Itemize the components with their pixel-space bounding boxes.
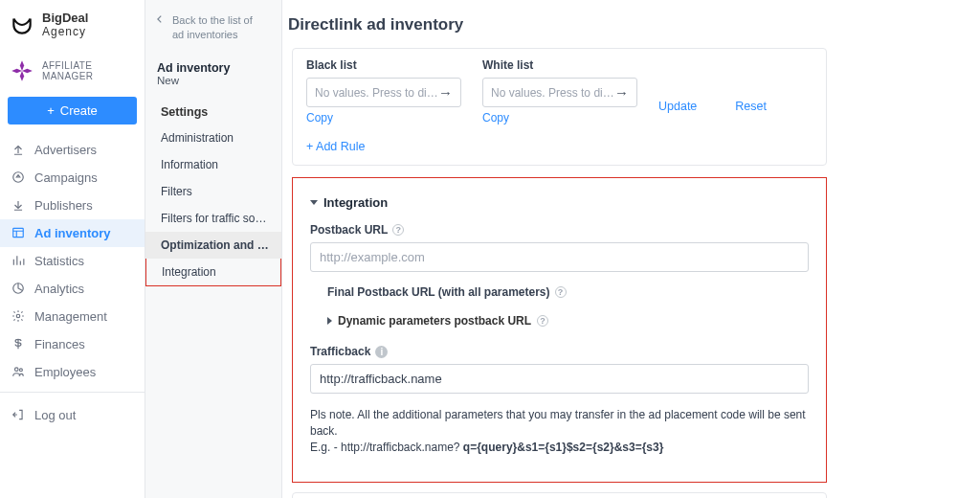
logout-link[interactable]: Log out: [0, 398, 145, 432]
nav-publishers[interactable]: Publishers: [0, 192, 145, 219]
black-list-input[interactable]: No values. Press to displ… →: [306, 78, 461, 107]
nav-advertisers[interactable]: Advertisers: [0, 136, 145, 164]
add-rule-link[interactable]: + Add Rule: [306, 140, 813, 153]
target-icon: [11, 170, 25, 184]
lists-card: Black list No values. Press to displ… → …: [292, 48, 827, 166]
subnav-filters-traffic[interactable]: Filters for traffic sour…: [145, 205, 281, 232]
white-list-input[interactable]: No values. Press to displ… →: [482, 78, 637, 107]
arrow-right-icon: →: [614, 84, 629, 101]
help-icon[interactable]: ?: [392, 224, 404, 236]
download-icon: [11, 198, 25, 212]
nav-analytics[interactable]: Analytics: [0, 275, 145, 303]
chart-icon: [11, 254, 25, 267]
black-list-label: Black list: [306, 58, 461, 72]
help-icon[interactable]: ?: [537, 315, 548, 327]
plus-icon: +: [47, 103, 55, 118]
help-icon[interactable]: ?: [555, 286, 567, 298]
nav-statistics[interactable]: Statistics: [0, 247, 145, 275]
svg-marker-1: [11, 68, 22, 72]
white-list-label: White list: [482, 58, 637, 72]
nav-management[interactable]: Management: [0, 303, 145, 330]
chevron-down-icon: [310, 200, 318, 205]
info-icon[interactable]: i: [375, 346, 388, 358]
arrow-right-icon: →: [438, 84, 453, 101]
svg-marker-0: [20, 60, 24, 71]
main-nav: Advertisers Campaigns Publishers Ad inve…: [0, 136, 145, 386]
subnav-filters[interactable]: Filters: [145, 178, 281, 205]
divider: [0, 392, 145, 393]
sub-sidebar: Back to the list of ad inventories Ad in…: [145, 0, 282, 498]
sub-heading-secondary: New: [145, 75, 281, 96]
subnav-integration[interactable]: Integration: [145, 259, 281, 286]
footer-actions: Cancel Create: [292, 492, 827, 498]
svg-point-9: [19, 369, 22, 372]
nav-ad-inventory[interactable]: Ad inventory: [0, 219, 145, 247]
main-sidebar: BigDeal Agency AFFILIATE MANAGER + Creat…: [0, 0, 145, 498]
svg-marker-2: [22, 68, 33, 72]
svg-marker-3: [20, 71, 24, 81]
brand-name: BigDeal: [42, 11, 88, 25]
update-link[interactable]: Update: [658, 100, 697, 113]
reset-link[interactable]: Reset: [735, 100, 767, 113]
final-postback-label: Final Postback URL (with all parameters)…: [327, 285, 809, 299]
postback-label: Postback URL ?: [310, 223, 809, 237]
back-link[interactable]: Back to the list of ad inventories: [145, 13, 281, 57]
brand-sub: Agency: [42, 25, 86, 38]
chevron-left-icon: [155, 14, 165, 24]
avatar-icon: [10, 58, 34, 83]
trafficback-label: Trafficback i: [310, 345, 809, 358]
layout-icon: [11, 226, 25, 239]
brand-logo: BigDeal Agency: [0, 8, 145, 53]
trafficback-input[interactable]: [310, 364, 809, 394]
subnav-optimization[interactable]: Optimization and rules: [145, 232, 281, 259]
black-list-copy[interactable]: Copy: [306, 111, 461, 124]
role-label: AFFILIATE MANAGER: [42, 60, 135, 81]
page-title: Directlink ad inventory: [282, 0, 980, 48]
settings-heading: Settings: [145, 96, 281, 124]
dollar-icon: [11, 337, 25, 351]
svg-rect-5: [13, 228, 24, 237]
svg-point-7: [16, 314, 20, 318]
role-row: AFFILIATE MANAGER: [0, 53, 145, 93]
users-icon: [11, 365, 25, 378]
logo-icon: [10, 12, 34, 37]
dynamic-params-toggle[interactable]: Dynamic parameters postback URL ?: [327, 314, 809, 328]
nav-employees[interactable]: Employees: [0, 358, 145, 386]
integration-section: Integration Postback URL ? Final Postbac…: [292, 177, 827, 483]
gear-icon: [11, 309, 25, 323]
logout-icon: [11, 408, 25, 421]
sub-heading: Ad inventory: [145, 57, 281, 75]
subnav-administration[interactable]: Administration: [145, 124, 281, 151]
nav-campaigns[interactable]: Campaigns: [0, 164, 145, 192]
postback-url-input[interactable]: [310, 242, 809, 272]
svg-point-8: [15, 368, 19, 372]
integration-title-row[interactable]: Integration: [310, 195, 809, 210]
white-list-copy[interactable]: Copy: [482, 111, 637, 124]
trafficback-note: Pls note. All the additional parameters …: [310, 407, 809, 455]
nav-finances[interactable]: Finances: [0, 330, 145, 358]
pie-icon: [11, 282, 25, 295]
main-content: Directlink ad inventory Black list No va…: [282, 0, 980, 498]
chevron-right-icon: [327, 317, 332, 325]
create-button[interactable]: + Create: [8, 97, 137, 124]
subnav-information[interactable]: Information: [145, 151, 281, 178]
upload-icon: [11, 143, 25, 156]
